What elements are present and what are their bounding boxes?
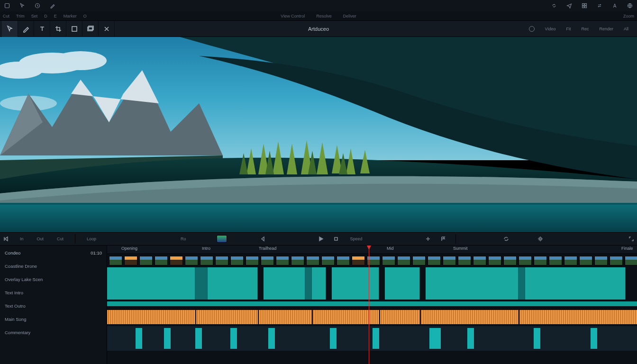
send-icon[interactable] [566, 2, 573, 9]
toolbar-opt[interactable]: Rec [581, 27, 589, 31]
marker-block[interactable] [591, 328, 597, 349]
timeline-thumb[interactable] [321, 256, 335, 265]
video-clip[interactable] [519, 267, 525, 300]
fullscreen-icon[interactable] [628, 236, 634, 242]
clock-icon[interactable] [34, 2, 41, 9]
track-row[interactable]: Commentary [5, 330, 102, 335]
tool-frame[interactable] [66, 21, 82, 37]
timeline-thumb[interactable] [534, 256, 547, 265]
sync-icon[interactable] [551, 2, 557, 9]
globe-icon[interactable] [627, 2, 633, 9]
timeline-thumb[interactable] [503, 256, 517, 265]
timeline-thumb[interactable] [291, 256, 304, 265]
timeline-thumb[interactable] [412, 256, 426, 265]
timeline-thumb[interactable] [124, 256, 137, 265]
timeline-thumb[interactable] [352, 256, 365, 265]
timeline-thumb[interactable] [473, 256, 486, 265]
timeline-thumb[interactable] [109, 256, 122, 265]
timeline-thumb[interactable] [276, 256, 289, 265]
timeline-thumb[interactable] [170, 256, 183, 265]
menu-item[interactable]: O [83, 14, 87, 18]
timeline-thumb[interactable] [610, 256, 623, 265]
timeline-thumb[interactable] [397, 256, 410, 265]
settings-icon[interactable] [537, 236, 543, 242]
tool-crop[interactable] [50, 21, 66, 37]
timeline[interactable]: OpeningIntroTrailheadMidSummitFinale [107, 246, 637, 364]
play-icon[interactable] [318, 236, 324, 242]
timeline-thumb[interactable] [519, 256, 532, 265]
video-clip[interactable] [107, 267, 195, 300]
workspace-tab[interactable]: View Control [281, 14, 305, 18]
tool-select[interactable] [2, 21, 18, 37]
track-row[interactable]: Text Intro [5, 290, 102, 295]
workspace-tab[interactable]: Resolve [316, 14, 332, 18]
timeline-thumb[interactable] [230, 256, 244, 265]
video-clip[interactable] [332, 267, 379, 300]
marker-block[interactable] [136, 328, 142, 349]
timeline-thumb[interactable] [155, 256, 168, 265]
timeline-thumb[interactable] [337, 256, 350, 265]
video-clip[interactable] [264, 267, 305, 300]
timeline-thumb[interactable] [428, 256, 441, 265]
timeline-thumb[interactable] [139, 256, 153, 265]
track-row[interactable]: Text Outro [5, 303, 102, 309]
transport-out[interactable]: Out [35, 237, 46, 241]
video-lane-2[interactable] [107, 326, 637, 351]
track-row[interactable]: Main Song [5, 317, 102, 322]
flag-icon[interactable] [440, 236, 446, 242]
stop-icon[interactable] [333, 236, 339, 242]
tool-text[interactable] [34, 21, 50, 37]
toolbar-opt[interactable]: Fit [566, 27, 571, 31]
video-lane-strip[interactable] [107, 301, 637, 306]
timeline-thumb[interactable] [246, 256, 259, 265]
menu-item[interactable]: Set [31, 14, 38, 18]
workspace-tab[interactable]: Deliver [343, 14, 356, 18]
menu-zoom[interactable]: Zoom [623, 14, 634, 18]
transport-in[interactable]: In [18, 237, 26, 241]
track-row[interactable]: Overlay Lake Scen [5, 277, 102, 282]
track-row[interactable]: Coastline Drone [5, 264, 102, 269]
marker-block[interactable] [164, 328, 171, 349]
video-clip[interactable] [385, 267, 420, 300]
preview-monitor[interactable] [0, 37, 637, 232]
timeline-thumb[interactable] [625, 256, 637, 265]
timeline-thumb[interactable] [488, 256, 501, 265]
audio-lane-1[interactable] [107, 310, 637, 324]
video-clip[interactable] [426, 267, 519, 300]
toolbar-opt[interactable]: Render [599, 27, 613, 31]
menu-item[interactable]: E [54, 14, 57, 18]
transport-cut[interactable]: Cut [55, 237, 65, 241]
marker-block[interactable] [230, 328, 237, 349]
timeline-thumb[interactable] [458, 256, 471, 265]
marker-block[interactable] [434, 328, 441, 349]
pen-icon[interactable] [49, 2, 56, 9]
timeline-thumb[interactable] [549, 256, 562, 265]
timeline-thumb[interactable] [306, 256, 319, 265]
marker-add-icon[interactable] [425, 236, 431, 242]
toolbar-opt[interactable]: All [624, 27, 628, 31]
tool-layers[interactable] [82, 21, 99, 37]
menu-item[interactable]: D [44, 14, 47, 18]
timeline-thumb[interactable] [443, 256, 456, 265]
marker-block[interactable] [330, 328, 337, 349]
playhead[interactable] [369, 246, 369, 364]
loop-icon[interactable] [503, 236, 509, 242]
swap-icon[interactable] [596, 2, 603, 9]
marker-block[interactable] [373, 328, 379, 349]
transport-loop[interactable]: Loop [85, 237, 98, 241]
timeline-thumb[interactable] [594, 256, 608, 265]
timeline-thumb[interactable] [200, 256, 213, 265]
marker-block[interactable] [268, 328, 275, 349]
video-clip[interactable] [195, 267, 208, 300]
marker-block[interactable] [467, 328, 474, 349]
timeline-thumb[interactable] [579, 256, 592, 265]
menu-item[interactable]: Cut [3, 14, 9, 18]
video-clip[interactable] [208, 267, 258, 300]
video-clip[interactable] [305, 267, 312, 300]
tool-pen[interactable] [18, 21, 34, 37]
marker-block[interactable] [534, 328, 540, 349]
timeline-thumb[interactable] [564, 256, 577, 265]
timeline-thumb[interactable] [215, 256, 228, 265]
grid-icon[interactable] [581, 2, 588, 9]
goto-start-icon[interactable] [3, 236, 9, 242]
